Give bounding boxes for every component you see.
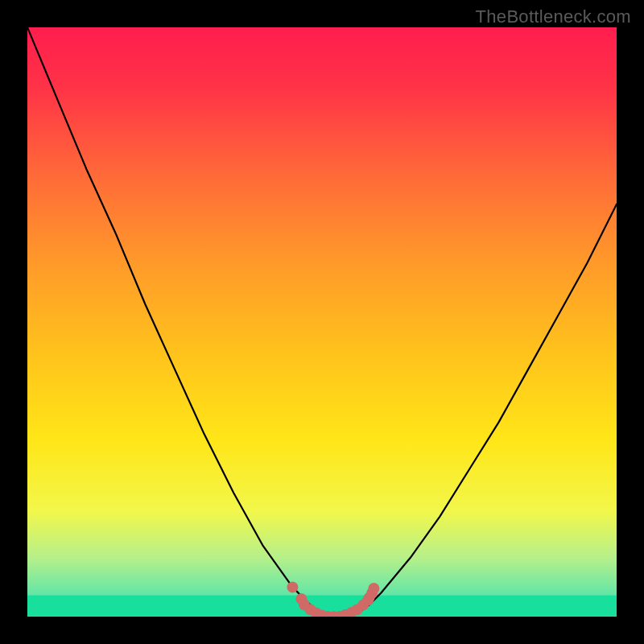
chart-svg xyxy=(27,27,617,617)
marker-dot xyxy=(368,583,379,594)
chart-frame: TheBottleneck.com xyxy=(0,0,644,644)
marker-dot xyxy=(287,581,298,592)
watermark-text: TheBottleneck.com xyxy=(476,6,631,27)
gradient-background xyxy=(27,27,617,617)
plot-area xyxy=(27,27,617,617)
